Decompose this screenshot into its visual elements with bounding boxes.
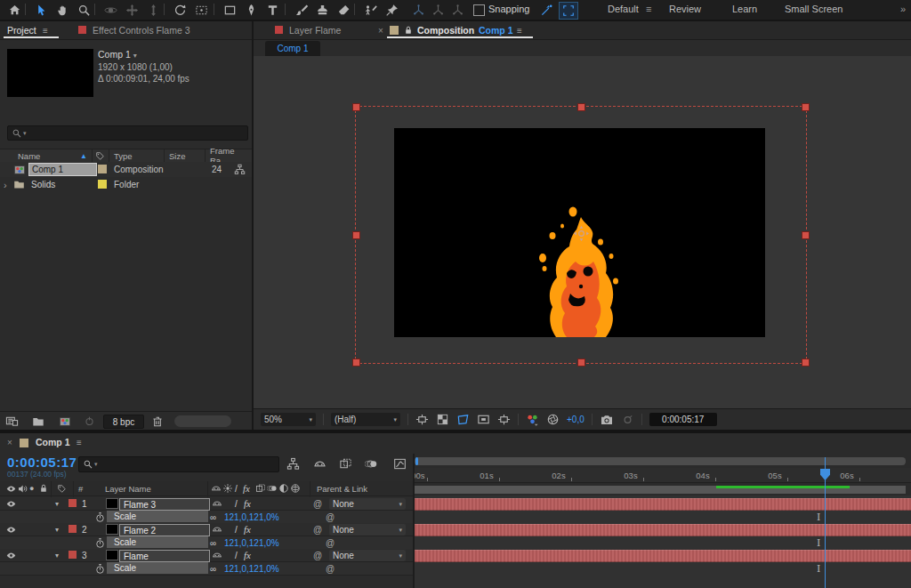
camera-tool-icon[interactable] <box>192 2 210 18</box>
tab-layer-flame[interactable]: Layer Flame <box>289 21 341 39</box>
workspace-tab-default[interactable]: Default <box>608 4 639 14</box>
home-icon[interactable] <box>5 2 23 18</box>
quality-switch[interactable]: / <box>235 549 238 561</box>
dolly-camera-tool-icon[interactable] <box>144 2 162 18</box>
project-row-comp1[interactable]: Comp 1 Composition 24 <box>0 162 252 177</box>
frame-blend-switch-icon[interactable] <box>255 481 266 495</box>
property-pickwhip-icon[interactable]: @ <box>326 511 335 523</box>
snap-indicator-icon[interactable] <box>537 2 555 18</box>
label-column-tag-icon[interactable] <box>95 149 105 162</box>
time-ruler[interactable]: 0:00s 01s 02s 03s 04s 05s 06s <box>415 468 911 483</box>
pan-camera-tool-icon[interactable] <box>123 2 141 18</box>
shy-switch-icon[interactable] <box>212 549 222 561</box>
property-name[interactable]: Scale <box>107 562 208 574</box>
sort-ascending-icon[interactable]: ▲ <box>80 149 87 162</box>
interpret-footage-icon[interactable] <box>5 412 19 431</box>
stopwatch-icon[interactable] <box>94 562 106 575</box>
column-size[interactable]: Size <box>169 149 185 162</box>
project-item-name[interactable]: Comp 1 <box>28 163 97 176</box>
eraser-tool-icon[interactable] <box>335 2 352 18</box>
workspace-menu-icon[interactable]: ≡ <box>646 4 651 14</box>
timeline-panel-menu-icon[interactable]: ≡ <box>77 435 82 449</box>
eye-icon[interactable] <box>5 523 17 536</box>
solo-column-icon[interactable]: ● <box>29 481 34 495</box>
timeline-navigator-bar[interactable] <box>415 457 906 465</box>
quality-switch[interactable]: / <box>235 523 238 536</box>
zoom-tool-icon[interactable] <box>75 2 93 18</box>
constrain-proportions-icon[interactable]: ∞ <box>210 562 216 575</box>
expand-chevron-icon[interactable]: ▾ <box>55 549 59 561</box>
3d-layer-switch-icon[interactable] <box>290 481 301 495</box>
fullscreen-icon[interactable] <box>559 2 578 20</box>
shy-switch-icon[interactable] <box>212 523 222 536</box>
fx-switch[interactable]: fx <box>244 497 251 510</box>
workspace-tab-review[interactable]: Review <box>669 4 701 14</box>
parent-pickwhip-icon[interactable]: @ <box>313 497 322 510</box>
property-row-scale[interactable]: Scale ∞ 121,0,121,0% @ <box>0 562 413 576</box>
flowchart-icon[interactable] <box>234 162 246 177</box>
expand-chevron-icon[interactable]: ▾ <box>55 497 59 510</box>
layer-duration-bar[interactable] <box>415 524 911 536</box>
property-value[interactable]: 121,0,121,0% <box>224 536 279 549</box>
label-color-chip[interactable] <box>98 165 107 173</box>
selection-tool-icon[interactable] <box>32 2 50 18</box>
property-value[interactable]: 121,0,121,0% <box>224 562 279 575</box>
adjustment-layer-switch-icon[interactable] <box>278 481 289 495</box>
frame-blending-icon[interactable] <box>339 457 352 471</box>
viewer-timecode[interactable]: 0:00:05:17 <box>649 413 717 426</box>
transform-handle[interactable] <box>577 358 585 366</box>
local-axis-gizmo-icon[interactable] <box>409 2 427 18</box>
fx-switch[interactable]: fx <box>244 549 251 561</box>
transform-handle[interactable] <box>802 231 810 239</box>
property-value[interactable]: 121,0,121,0% <box>224 511 279 523</box>
transform-handle[interactable] <box>802 358 810 366</box>
stopwatch-icon[interactable] <box>94 511 106 523</box>
lock-column-icon[interactable] <box>38 481 49 495</box>
project-search-input[interactable]: ▾ <box>7 125 248 141</box>
clone-stamp-tool-icon[interactable] <box>313 2 331 18</box>
new-folder-icon[interactable] <box>32 412 44 431</box>
transparency-grid-icon[interactable] <box>436 413 449 426</box>
magnification-dropdown[interactable]: 50%▾ <box>261 413 316 426</box>
property-name[interactable]: Scale <box>107 511 208 522</box>
transform-handle[interactable] <box>352 103 360 111</box>
layer-label-color[interactable] <box>69 499 77 507</box>
snapping-checkbox[interactable] <box>473 4 485 16</box>
close-tab-icon[interactable]: × <box>378 21 383 39</box>
orbit-camera-tool-icon[interactable] <box>101 2 119 18</box>
column-layer-number[interactable]: # <box>78 481 83 495</box>
new-composition-icon[interactable] <box>59 412 71 431</box>
transform-handle[interactable] <box>802 103 810 111</box>
project-row-solids[interactable]: › Solids Folder <box>0 177 252 192</box>
label-color-chip[interactable] <box>98 180 107 189</box>
expand-arrow-icon[interactable]: › <box>4 177 7 192</box>
view-options-icon[interactable] <box>497 413 511 426</box>
exposure-icon[interactable] <box>546 413 560 426</box>
trash-icon[interactable] <box>151 412 164 431</box>
collapse-transformations-icon[interactable] <box>222 481 233 495</box>
constrain-proportions-icon[interactable]: ∞ <box>210 511 216 523</box>
constrain-proportions-icon[interactable]: ∞ <box>210 536 216 549</box>
project-item-name[interactable]: Solids <box>31 177 55 192</box>
layer-duration-bar[interactable] <box>415 550 911 562</box>
fx-switch[interactable]: fx <box>244 523 251 536</box>
layer-row-flame2[interactable]: ▾ 2 Flame 2 / fx @ None▾ <box>0 523 413 536</box>
timeline-search-input[interactable]: ▾ <box>78 456 279 472</box>
property-row-scale[interactable]: Scale ∞ 121,0,121,0% @ <box>0 536 413 550</box>
eye-icon[interactable] <box>5 549 17 561</box>
parent-pickwhip-icon[interactable]: @ <box>313 549 322 561</box>
layer-label-color[interactable] <box>69 525 77 533</box>
transform-handle[interactable] <box>352 231 360 239</box>
rectangle-tool-icon[interactable] <box>221 2 238 18</box>
roto-brush-tool-icon[interactable] <box>361 2 379 18</box>
bit-depth-button[interactable]: 8 bpc <box>103 415 144 429</box>
parent-pickwhip-icon[interactable]: @ <box>313 523 322 536</box>
channel-rgb-icon[interactable] <box>526 413 539 426</box>
world-axis-gizmo-icon[interactable] <box>429 2 447 18</box>
audio-column-speaker-icon[interactable] <box>17 481 28 495</box>
layer-name[interactable]: Flame <box>119 550 210 562</box>
layer-duration-bar[interactable] <box>415 498 911 511</box>
fx-switch-icon[interactable]: fx <box>243 481 250 495</box>
project-comp-name[interactable]: Comp 1 <box>98 49 131 60</box>
type-tool-icon[interactable] <box>263 2 281 18</box>
